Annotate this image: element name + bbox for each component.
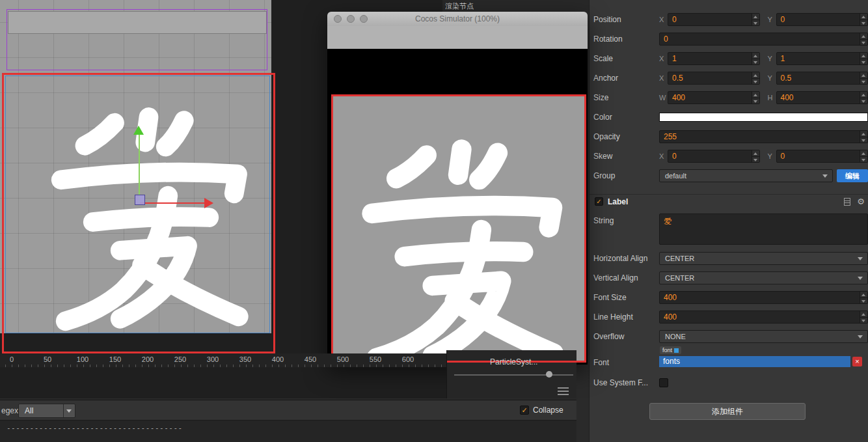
hierarchy-tab-label[interactable]: 渲染节点 [442,0,589,11]
gear-icon[interactable]: ⚙ [857,197,865,206]
stepper-up-icon[interactable] [860,72,867,79]
stepper-up-icon[interactable] [752,92,759,98]
remove-font-button[interactable]: × [852,357,862,366]
stepper-up-icon[interactable] [752,53,759,59]
stepper[interactable] [860,131,867,143]
scale-x-input[interactable]: 1 [668,52,760,65]
stepper-up-icon[interactable] [860,311,867,318]
color-swatch[interactable] [659,113,868,122]
dropdown-arrow-box[interactable] [63,404,75,417]
stepper-down-icon[interactable] [860,157,867,163]
anchor-x-input[interactable]: 0.5 [668,72,760,85]
stepper[interactable] [752,92,759,104]
stepper-up-icon[interactable] [860,292,867,298]
regex-label: egex [1,406,18,415]
size-h-input[interactable]: 400 [776,91,868,104]
panel-menu-icon[interactable] [558,387,569,397]
add-component-button[interactable]: 添加组件 [649,403,806,420]
collapse-checkbox[interactable]: ✓ [520,406,529,415]
position-row: Position X 0 Y 0 [593,12,868,27]
stepper[interactable] [752,72,759,84]
y-axis-label: Y [768,55,776,62]
close-button[interactable] [334,15,342,23]
stepper-down-icon[interactable] [860,98,867,104]
simulator-screen [327,49,588,365]
vertical-align-dropdown[interactable]: CENTER [659,271,868,284]
group-dropdown[interactable]: default [659,169,833,182]
doc-icon[interactable] [844,198,850,206]
scale-y-input[interactable]: 1 [776,52,868,65]
size-label: Size [593,93,659,102]
scale-row: Scale X 1 Y 1 [593,51,868,66]
string-input[interactable]: 爱 [659,214,868,245]
stepper-up-icon[interactable] [860,150,867,157]
stepper-down-icon[interactable] [860,318,867,324]
minimize-button[interactable] [347,15,355,23]
string-label: String [593,214,659,225]
simulator-window[interactable]: Cocos Simulator (100%) [327,12,588,365]
stepper[interactable] [860,53,867,64]
stepper-up-icon[interactable] [752,72,759,79]
line-height-input[interactable]: 400 [659,311,868,324]
stepper-up-icon[interactable] [860,53,867,59]
stepper-down-icon[interactable] [752,157,759,163]
group-value: default [665,172,686,180]
skew-x-input[interactable]: 0 [668,150,760,163]
skew-row: Skew X 0 Y 0 [593,149,868,163]
ruler-number: 200 [142,355,154,363]
stepper-up-icon[interactable] [860,131,867,137]
skew-y-input[interactable]: 0 [776,150,868,163]
stepper[interactable] [752,14,759,25]
rotation-input[interactable]: 0 [659,33,868,46]
ruler-number: 50 [44,355,51,363]
stepper-down-icon[interactable] [860,298,867,304]
label-enabled-checkbox[interactable]: ✓ [595,197,603,206]
stepper[interactable] [860,72,867,84]
overflow-dropdown[interactable]: NONE [659,330,868,343]
stepper-down-icon[interactable] [752,59,759,65]
simulator-titlebar[interactable]: Cocos Simulator (100%) [327,12,588,26]
stepper-down-icon[interactable] [860,59,867,65]
font-size-input[interactable]: 400 [659,291,868,304]
stepper-down-icon[interactable] [860,79,867,85]
stepper-up-icon[interactable] [860,14,867,20]
stepper[interactable] [752,53,759,64]
font-asset-field[interactable]: fonts [659,356,850,367]
stepper-down-icon[interactable] [860,40,867,46]
hierarchy-panel-header: 渲染节点 [442,0,589,12]
stepper-up-icon[interactable] [752,150,759,157]
zoom-button[interactable] [360,15,368,23]
stepper-down-icon[interactable] [860,20,867,26]
h-axis-label: H [768,94,776,102]
use-system-font-checkbox[interactable] [659,378,668,387]
anchor-y-value: 0.5 [781,74,792,83]
stepper[interactable] [860,150,867,162]
opacity-input[interactable]: 255 [659,130,868,143]
group-edit-button[interactable]: 编辑 [837,169,868,182]
size-h-value: 400 [781,93,794,102]
stepper-down-icon[interactable] [860,137,867,143]
stepper[interactable] [860,292,867,303]
stepper[interactable] [860,311,867,323]
stepper-up-icon[interactable] [860,92,867,98]
list-item-particlesystem[interactable]: ParticleSyst... [490,357,537,366]
size-w-input[interactable]: 400 [668,91,760,104]
position-y-input[interactable]: 0 [776,13,868,26]
x-axis-label: X [659,74,668,82]
zoom-slider-thumb[interactable] [546,371,552,378]
stepper-up-icon[interactable] [860,33,867,40]
horizontal-align-dropdown[interactable]: CENTER [659,252,868,265]
stepper-down-icon[interactable] [752,20,759,26]
stepper[interactable] [860,14,867,25]
stepper-down-icon[interactable] [752,98,759,104]
use-system-font-row: Use System F... [593,376,868,390]
zoom-slider-track[interactable] [454,374,573,376]
position-x-input[interactable]: 0 [668,13,760,26]
log-filter-dropdown[interactable]: All [18,404,75,418]
stepper-down-icon[interactable] [752,79,759,85]
anchor-y-input[interactable]: 0.5 [776,72,868,85]
stepper[interactable] [752,150,759,162]
stepper[interactable] [860,33,867,45]
stepper-up-icon[interactable] [752,14,759,20]
stepper[interactable] [860,92,867,104]
